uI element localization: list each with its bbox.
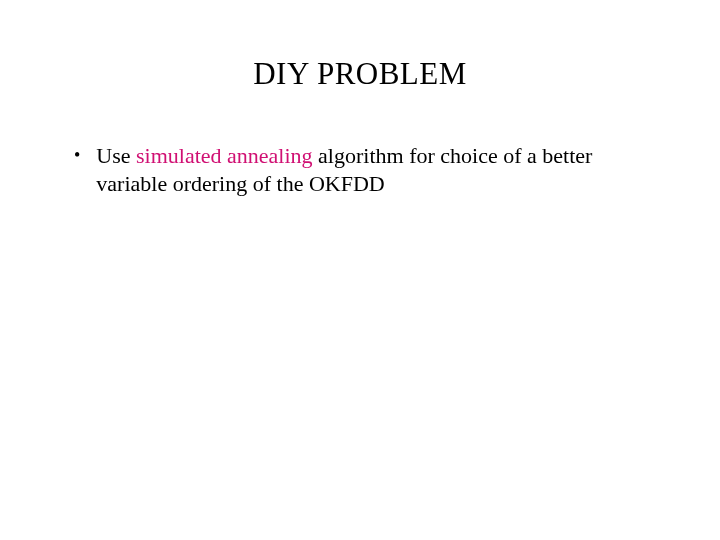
slide-container: DIY PROBLEM • Use simulated annealing al… — [0, 0, 720, 540]
slide-content: • Use simulated annealing algorithm for … — [0, 92, 720, 197]
bullet-marker: • — [70, 142, 96, 169]
bullet-highlight: simulated annealing — [136, 143, 313, 168]
slide-title: DIY PROBLEM — [0, 0, 720, 92]
bullet-text: Use simulated annealing algorithm for ch… — [96, 142, 660, 197]
bullet-item: • Use simulated annealing algorithm for … — [70, 142, 660, 197]
bullet-prefix: Use — [96, 143, 136, 168]
